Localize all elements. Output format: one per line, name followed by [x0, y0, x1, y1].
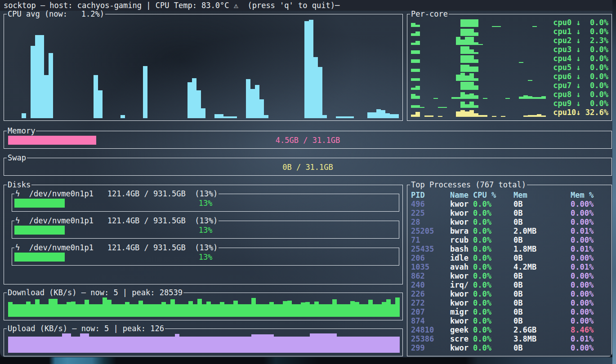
chart-bar: [469, 67, 474, 72]
process-mem: 0B: [513, 316, 571, 325]
chart-bar: [313, 57, 318, 118]
chart-bar: [314, 302, 319, 317]
chart-bar: [116, 304, 121, 317]
chart-bar: [415, 59, 420, 63]
chart-bar: [460, 73, 465, 81]
chart-bar: [456, 75, 460, 81]
memory-panel: Memory 4.5GB / 31.1GB: [4, 131, 612, 149]
process-row: 206idle0.0%0B0.00%: [411, 253, 609, 262]
process-row: 862kwor0.0%0B0.00%: [411, 271, 609, 280]
chart-bar: [152, 304, 157, 317]
chart-bar: [161, 302, 166, 317]
chart-bar: [332, 299, 337, 317]
process-row: 25205bwra0.0%2.0MB0.01%: [411, 226, 609, 235]
chart-bar: [469, 37, 474, 45]
disk-usage-percent-label: 13%: [12, 253, 399, 262]
process-mem: 1.8MB: [513, 244, 571, 253]
chart-bar: [465, 29, 469, 36]
disk-flash-icon: ϟ: [15, 243, 20, 252]
chart-bar: [265, 334, 269, 353]
process-mem-percent: 0.00%: [571, 343, 609, 352]
border-segment: [4, 158, 7, 158]
process-name: migr: [450, 307, 473, 316]
chart-bar: [415, 50, 420, 54]
chart-bar: [474, 85, 478, 90]
border-segment: [407, 185, 410, 185]
process-cpu-percent: 0.0%: [473, 289, 513, 298]
process-pid: 207: [411, 307, 450, 316]
chart-bar: [192, 78, 196, 118]
chart-bar: [187, 82, 192, 118]
chart-bar: [246, 79, 250, 118]
chart-bar: [411, 59, 415, 63]
disk-entry-border: ϟ /dev/nvme0n1p1 121.4GB / 931.5GB (13%): [12, 189, 399, 198]
chart-bar: [103, 337, 107, 353]
chart-bar: [460, 65, 465, 72]
core-row: cpu3 ↓ 0.0%: [411, 45, 608, 54]
chart-bar: [304, 21, 309, 118]
chart-bar: [424, 115, 429, 117]
border-segment: [527, 185, 612, 185]
core-label: cpu0 ↓ 0.0%: [546, 18, 608, 27]
process-row: 28kwor0.0%0B0.00%: [411, 218, 609, 226]
chart-bar: [323, 304, 328, 317]
chart-bar: [31, 46, 35, 118]
chart-bar: [460, 29, 465, 36]
chart-bar: [411, 115, 415, 117]
process-cpu-percent: 0.0%: [473, 235, 513, 244]
chart-bar: [147, 337, 152, 353]
core-sparkline: [411, 63, 546, 72]
core-sparkline: [411, 81, 546, 90]
chart-bar: [278, 337, 283, 353]
chart-bar: [53, 299, 58, 317]
core-label: cpu7 ↓ 0.0%: [546, 81, 608, 90]
per-core-rows: cpu0 ↓ 0.0%cpu1 ↓ 0.0%cpu2 ↓ 2.3%cpu3 ↓ …: [411, 18, 608, 117]
terminal-window[interactable]: socktop — host: cachyos-gaming | CPU Tem…: [0, 0, 612, 357]
chart-bar: [13, 337, 17, 353]
process-row: 71rcub0.0%0B0.00%: [411, 235, 609, 244]
chart-bar: [196, 90, 201, 118]
chart-bar: [332, 333, 337, 353]
border-segment: [183, 293, 403, 293]
process-cpu-percent: 0.0%: [473, 262, 513, 271]
chart-bar: [103, 297, 107, 317]
chart-bar: [166, 337, 170, 353]
chart-bar: [251, 334, 256, 353]
process-column-header: Mem %: [571, 191, 609, 200]
chart-bar: [309, 20, 313, 118]
process-mem-percent: 0.00%: [571, 209, 609, 218]
chart-bar: [469, 102, 474, 108]
chart-bar: [76, 337, 80, 353]
chart-bar: [67, 302, 71, 317]
border-segment: [4, 293, 7, 293]
process-mem: 0B: [513, 280, 571, 289]
chart-bar: [188, 337, 193, 353]
chart-bar: [460, 82, 465, 90]
chart-bar: [278, 304, 283, 317]
process-name: kwor: [450, 298, 473, 307]
process-mem-percent: 0.01%: [571, 334, 609, 343]
cpu-avg-panel-border: CPU avg (now: 1.2%): [4, 9, 403, 18]
chart-bar: [411, 69, 415, 72]
chart-bar: [98, 90, 103, 118]
core-sparkline: [411, 72, 546, 81]
chart-bar: [411, 94, 415, 99]
chart-bar: [206, 302, 211, 317]
chart-bar: [143, 304, 147, 317]
process-cpu-percent: 0.0%: [473, 316, 513, 325]
core-row: cpu4 ↓ 0.0%: [411, 54, 608, 63]
chart-bar: [134, 337, 138, 353]
disk-entry-label: /dev/nvme0n1p1 121.4GB / 931.5GB (13%): [20, 216, 218, 225]
chart-bar: [229, 337, 233, 353]
chart-bar: [26, 337, 31, 353]
disk-entry-border: ϟ /dev/nvme0n1p1 121.4GB / 931.5GB (13%): [12, 216, 399, 225]
chart-bar: [256, 304, 260, 317]
chart-bar: [85, 333, 89, 353]
chart-bar: [465, 104, 469, 108]
core-label: cpu5 ↓ 0.0%: [546, 63, 608, 72]
chart-bar: [26, 302, 31, 317]
app-title-bar: socktop — host: cachyos-gaming | CPU Tem…: [0, 0, 612, 11]
chart-bar: [250, 89, 255, 118]
chart-bar: [112, 337, 116, 353]
chart-bar: [469, 73, 474, 81]
